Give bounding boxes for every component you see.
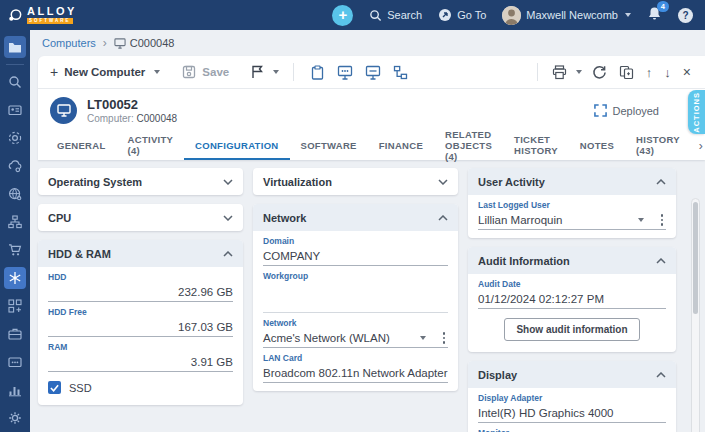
sidebar-item-briefcase[interactable]: [4, 323, 26, 345]
sidebar-item-sitemap[interactable]: [4, 211, 26, 233]
user-menu-button[interactable]: [658, 213, 667, 227]
modules-icon: [8, 299, 22, 313]
tab-history[interactable]: HISTORY (43): [625, 132, 691, 160]
sidebar-item-cloud[interactable]: [4, 155, 26, 177]
check-icon: [50, 384, 59, 392]
chevron-up-icon: [656, 179, 666, 185]
content-scrollbar[interactable]: [691, 198, 700, 432]
field-display-adapter[interactable]: Display Adapter Intel(R) HD Graphics 400…: [478, 393, 666, 423]
dropdown-caret-icon[interactable]: [638, 218, 644, 222]
chevron-down-icon: [625, 13, 631, 17]
breadcrumb: Computers › C000048: [30, 30, 705, 56]
help-button[interactable]: ?: [678, 8, 693, 23]
sidebar-item-search[interactable]: [4, 71, 26, 93]
next-record-button[interactable]: ↓: [662, 63, 673, 82]
panel-header-hdd-ram[interactable]: HDD & RAM: [38, 240, 243, 267]
user-avatar: [502, 6, 521, 25]
close-button[interactable]: ×: [681, 62, 693, 82]
sidebar-item-reports[interactable]: [4, 379, 26, 401]
tab-related-objects[interactable]: RELATED OBJECTS (4): [434, 132, 503, 160]
record-title: LT00052: [87, 97, 177, 113]
user-menu[interactable]: Maxwell Newcomb: [502, 6, 631, 25]
tab-configuration[interactable]: CONFIGURATION: [184, 132, 289, 160]
tab-software[interactable]: SOFTWARE: [290, 132, 368, 160]
field-hdd-free[interactable]: HDD Free 167.03 GB: [48, 307, 233, 337]
previous-record-button[interactable]: ↑: [644, 63, 655, 82]
tabs-overflow-chevron[interactable]: ›: [691, 132, 705, 160]
field-lan-card[interactable]: LAN Card Broadcom 802.11n Network Adapte…: [263, 353, 448, 383]
flag-button[interactable]: [251, 65, 279, 79]
logo-text-primary: ALLOY: [27, 6, 77, 17]
sidebar-item-cart[interactable]: [4, 239, 26, 261]
remote-desktop-button[interactable]: [363, 63, 383, 82]
field-hdd[interactable]: HDD 232.96 GB: [48, 272, 233, 302]
remote-message-button[interactable]: [335, 63, 355, 82]
breadcrumb-computers-link[interactable]: Computers: [42, 37, 96, 49]
alloy-logo-icon: [8, 8, 23, 23]
chevron-down-icon: [223, 215, 233, 221]
global-search[interactable]: Search: [369, 9, 422, 22]
panel-header-cpu[interactable]: CPU: [38, 204, 243, 231]
sidebar-item-settings[interactable]: [4, 407, 26, 429]
panel-header-operating-system[interactable]: Operating System: [38, 168, 243, 195]
breadcrumb-current: C000048: [114, 37, 175, 49]
goto-menu[interactable]: Go To: [438, 8, 486, 22]
sidebar-item-snowflake[interactable]: [4, 267, 26, 289]
scrollbar-thumb[interactable]: [693, 202, 698, 314]
computer-icon: [114, 38, 126, 49]
archive-folder-icon: [8, 355, 22, 369]
panel-header-user-activity[interactable]: User Activity: [468, 168, 676, 195]
print-button[interactable]: [552, 65, 582, 80]
plus-icon: +: [50, 64, 58, 80]
panel-display: Display Display Adapter Intel(R) HD Grap…: [468, 361, 676, 432]
tab-general[interactable]: GENERAL: [46, 132, 117, 160]
panel-virtualization: Virtualization: [253, 168, 458, 195]
notifications-button[interactable]: 4: [647, 6, 662, 25]
chevron-down-icon: [273, 70, 279, 74]
field-ram[interactable]: RAM 3.91 GB: [48, 342, 233, 372]
printer-icon: [552, 65, 567, 80]
dropdown-caret-icon[interactable]: [420, 336, 426, 340]
record-toolbar: + New Computer Save: [38, 56, 705, 89]
search-icon: [8, 75, 22, 89]
tab-notes[interactable]: NOTES: [569, 132, 625, 160]
chevron-up-icon: [223, 251, 233, 257]
alloy-logo[interactable]: ALLOY SOFTWARE: [8, 6, 77, 25]
actions-side-tab[interactable]: ACTIONS: [688, 90, 705, 134]
field-network[interactable]: Network Acme's Network (WLAN): [263, 318, 448, 348]
network-menu-button[interactable]: [440, 331, 449, 345]
global-add-button[interactable]: +: [332, 5, 353, 26]
sidebar-item-globe[interactable]: [4, 183, 26, 205]
network-topology-button[interactable]: [391, 63, 410, 82]
tab-finance[interactable]: FINANCE: [368, 132, 434, 160]
sidebar-item-folder[interactable]: [4, 36, 26, 58]
new-computer-button[interactable]: + New Computer: [50, 64, 160, 80]
field-workgroup[interactable]: Workgroup: [263, 271, 448, 313]
panel-header-virtualization[interactable]: Virtualization: [253, 168, 458, 195]
tab-activity[interactable]: ACTIVITY (4): [117, 132, 185, 160]
panel-header-audit-information[interactable]: Audit Information: [468, 247, 676, 274]
field-monitor[interactable]: Monitor: [478, 428, 666, 432]
field-audit-date[interactable]: Audit Date 01/12/2024 02:12:27 PM: [478, 279, 666, 309]
user-name: Maxwell Newcomb: [526, 9, 618, 21]
cloud-gear-icon: [8, 159, 22, 173]
ssd-checkbox[interactable]: [48, 381, 61, 394]
top-header-bar: ALLOY SOFTWARE + Search Go To: [0, 0, 705, 30]
copy-record-button[interactable]: [617, 63, 636, 82]
show-audit-information-button[interactable]: Show audit information: [504, 318, 639, 341]
field-last-logged-user[interactable]: Last Logged User Lillian Marroquin: [478, 200, 666, 230]
gear-dashed-circle-icon: [8, 131, 22, 145]
panel-header-network[interactable]: Network: [253, 204, 458, 231]
sidebar-item-modules[interactable]: [4, 295, 26, 317]
paste-audit-button[interactable]: [308, 63, 327, 82]
save-button[interactable]: Save: [182, 65, 229, 79]
refresh-button[interactable]: [590, 63, 609, 82]
panel-header-display[interactable]: Display: [468, 361, 676, 388]
sidebar-item-archive[interactable]: [4, 351, 26, 373]
sidebar-item-id-card[interactable]: [4, 99, 26, 121]
chevron-down-icon: [576, 70, 582, 74]
field-domain[interactable]: Domain COMPANY: [263, 236, 448, 266]
bar-chart-icon: [8, 383, 22, 397]
sidebar-item-service-gear[interactable]: [4, 127, 26, 149]
tab-ticket-history[interactable]: TICKET HISTORY: [503, 132, 569, 160]
